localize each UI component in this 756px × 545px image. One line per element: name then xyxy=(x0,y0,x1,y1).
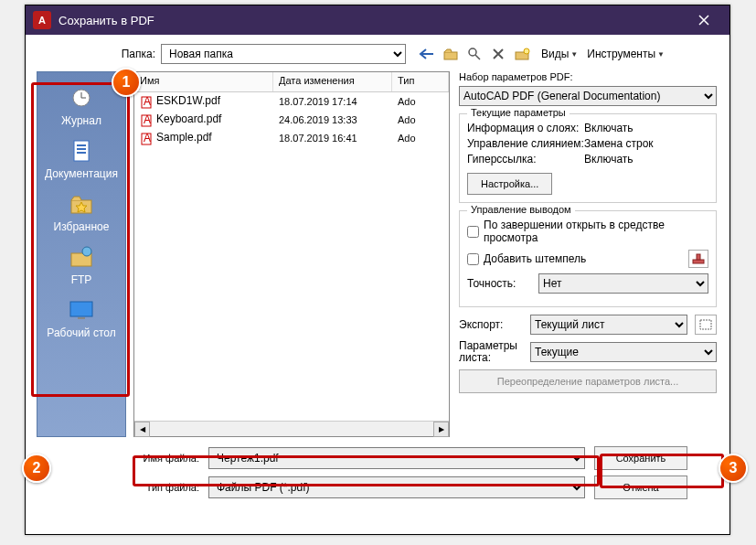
doc-icon xyxy=(67,138,96,164)
settings-button[interactable]: Настройка... xyxy=(467,173,552,195)
export-select[interactable]: Текущий лист xyxy=(530,315,687,335)
desktop-icon xyxy=(67,297,96,323)
new-folder-icon[interactable] xyxy=(512,44,532,64)
star-folder-icon xyxy=(67,191,96,217)
place-desktop[interactable]: Рабочий стол xyxy=(37,294,125,343)
close-icon xyxy=(698,15,709,26)
stamp-checkbox[interactable] xyxy=(467,253,479,265)
file-rows: AESKD1W.pdf 18.07.2019 17:14 Ado AKeyboa… xyxy=(134,92,449,421)
pdf-icon: A xyxy=(140,96,153,109)
svg-text:A: A xyxy=(144,133,151,144)
svg-point-3 xyxy=(524,48,529,54)
folder-row: Папка: Новая папка Виды ▼ Инструменты ▼ xyxy=(37,44,719,64)
file-row[interactable]: ASample.pdf 18.07.2019 16:41 Ado xyxy=(134,129,449,147)
file-row[interactable]: AKeyboard.pdf 24.06.2019 13:33 Ado xyxy=(134,111,449,129)
stamp-icon[interactable] xyxy=(688,250,708,268)
svg-rect-12 xyxy=(70,302,92,316)
views-menu[interactable]: Виды ▼ xyxy=(541,48,578,60)
titlebar: A Сохранить в PDF xyxy=(26,5,729,35)
pdf-icon: A xyxy=(140,133,153,145)
svg-rect-8 xyxy=(77,152,86,154)
file-headers: Имя Дата изменения Тип xyxy=(134,72,449,92)
precision-select[interactable]: Нет xyxy=(538,273,708,294)
chevron-down-icon: ▼ xyxy=(657,50,665,59)
back-icon[interactable] xyxy=(417,44,437,64)
folder-select[interactable]: Новая папка xyxy=(161,44,406,64)
close-button[interactable] xyxy=(686,5,722,35)
window-title: Сохранить в PDF xyxy=(59,14,686,27)
place-history[interactable]: Журнал xyxy=(37,81,125,131)
save-button[interactable]: Сохранить xyxy=(594,446,687,470)
preset-label: Набор параметров PDF: xyxy=(459,71,717,82)
svg-rect-0 xyxy=(444,52,457,59)
annotation-badge-2: 2 xyxy=(22,454,51,483)
open-after-checkbox[interactable] xyxy=(467,226,479,238)
window-select-icon[interactable] xyxy=(695,315,717,335)
up-folder-icon[interactable] xyxy=(441,44,461,64)
place-favorites[interactable]: Избранное xyxy=(37,187,125,237)
filetype-select[interactable]: Файлы PDF (*.pdf) xyxy=(208,476,585,498)
dialog-body: Папка: Новая папка Виды ▼ Инструменты ▼ … xyxy=(26,35,729,534)
file-list: Имя Дата изменения Тип AESKD1W.pdf 18.07… xyxy=(133,71,450,437)
filename-row: Имя файла: Чертеж1.pdf Сохранить xyxy=(37,446,719,470)
svg-rect-13 xyxy=(78,317,85,319)
output-group: Управление выводом По завершении открыть… xyxy=(459,210,717,307)
svg-rect-5 xyxy=(74,141,89,161)
pdf-icon: A xyxy=(140,114,153,127)
sheet-params-select[interactable]: Текущие xyxy=(530,342,717,362)
clock-icon xyxy=(67,85,96,111)
places-bar: Журнал Документация Избранное FTP Рабочи… xyxy=(37,71,126,437)
svg-text:A: A xyxy=(144,96,151,108)
group-title: Управление выводом xyxy=(467,204,575,215)
folder-label: Папка: xyxy=(117,48,155,60)
svg-rect-21 xyxy=(697,254,700,260)
col-date[interactable]: Дата изменения xyxy=(273,72,392,91)
scroll-right-icon[interactable]: ▶ xyxy=(433,422,449,437)
ftp-icon xyxy=(67,244,96,270)
file-row[interactable]: AESKD1W.pdf 18.07.2019 17:14 Ado xyxy=(134,92,449,111)
annotation-badge-1: 1 xyxy=(112,68,141,97)
chevron-down-icon: ▼ xyxy=(570,50,578,59)
svg-rect-22 xyxy=(700,320,711,329)
override-button[interactable]: Переопределение параметров листа... xyxy=(459,369,717,393)
h-scrollbar[interactable]: ◀ ▶ xyxy=(134,421,449,436)
filename-input[interactable]: Чертеж1.pdf xyxy=(208,447,585,469)
tools-menu[interactable]: Инструменты ▼ xyxy=(587,48,665,60)
annotation-badge-3: 3 xyxy=(719,454,748,483)
toolbar-icons xyxy=(417,44,532,64)
search-icon[interactable] xyxy=(464,44,484,64)
group-title: Текущие параметры xyxy=(467,107,570,118)
svg-rect-6 xyxy=(77,144,86,146)
svg-point-1 xyxy=(469,48,476,56)
app-icon: A xyxy=(33,11,51,29)
svg-rect-20 xyxy=(693,260,704,263)
svg-point-11 xyxy=(82,247,91,256)
right-panel: Набор параметров PDF: AutoCAD PDF (Gener… xyxy=(457,71,719,437)
filetype-label: Тип файла: xyxy=(133,482,199,493)
current-params-group: Текущие параметры Информация о слоях:Вкл… xyxy=(459,113,717,203)
col-name[interactable]: Имя xyxy=(134,72,273,91)
main-area: Журнал Документация Избранное FTP Рабочи… xyxy=(37,71,719,437)
svg-text:A: A xyxy=(144,114,151,126)
col-type[interactable]: Тип xyxy=(392,72,449,91)
preset-select[interactable]: AutoCAD PDF (General Documentation) xyxy=(459,86,717,106)
delete-icon[interactable] xyxy=(488,44,508,64)
place-ftp[interactable]: FTP xyxy=(37,240,125,290)
place-documents[interactable]: Документация xyxy=(37,134,125,184)
filetype-row: Тип файла: Файлы PDF (*.pdf) Отмена xyxy=(37,476,719,499)
scroll-left-icon[interactable]: ◀ xyxy=(134,422,150,437)
filename-label: Имя файла: xyxy=(133,453,199,464)
svg-rect-7 xyxy=(77,148,86,150)
cancel-button[interactable]: Отмена xyxy=(594,476,687,499)
